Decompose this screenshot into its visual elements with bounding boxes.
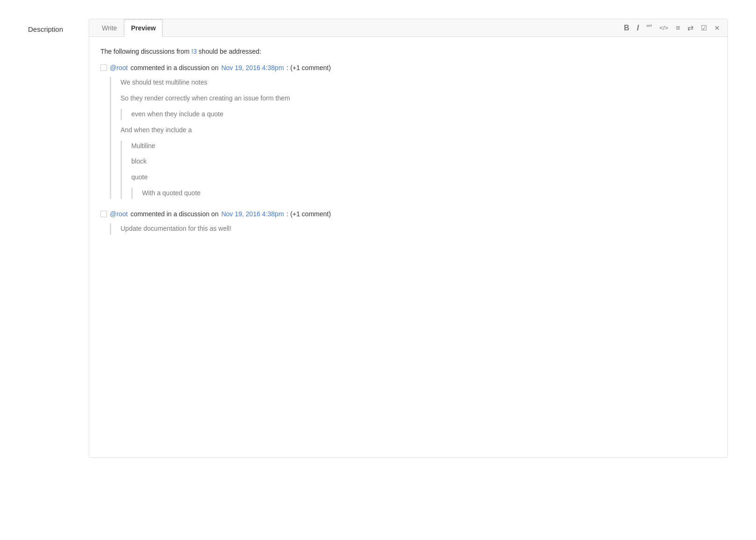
discussion-item-1: @root commented in a discussion on Nov 1… xyxy=(100,64,716,199)
checklist-button[interactable]: ☑ xyxy=(699,22,709,33)
nested-blockquote-container: Multiline block quote With a quoted quot… xyxy=(121,141,716,199)
intro-before: The following discussions from xyxy=(100,48,192,55)
field-label: Description xyxy=(28,25,75,33)
discussion-para-1-1: We should test multiline notes xyxy=(121,77,716,88)
discussion-date-2[interactable]: Nov 19, 2016 4:38pm xyxy=(221,210,284,218)
discussion-body-2: Update documentation for this as well! xyxy=(110,223,716,234)
discussion-header-2: @root commented in a discussion on Nov 1… xyxy=(100,210,716,218)
italic-button[interactable]: I xyxy=(635,22,641,34)
tab-write[interactable]: Write xyxy=(95,19,124,37)
deep-bq-text: With a quoted quote xyxy=(142,188,716,199)
nested-bq-line-1: Multiline xyxy=(131,141,716,152)
discussion-header-before-2: commented in a discussion on xyxy=(130,210,218,218)
discussion-header-after-1: : (+1 comment) xyxy=(287,64,331,71)
discussion-para-2-1: Update documentation for this as well! xyxy=(121,223,716,234)
nested-bq-line-2: block xyxy=(131,156,716,167)
intro-text: The following discussions from !3 should… xyxy=(100,46,716,57)
close-button[interactable]: × xyxy=(712,22,722,34)
editor-content: The following discussions from !3 should… xyxy=(89,37,727,457)
discussion-header-after-2: : (+1 comment) xyxy=(287,210,331,218)
discussion-user-2[interactable]: @root xyxy=(110,210,128,218)
editor-header: Write Preview B I “” </> ≡ ⇄ ☑ × xyxy=(89,19,727,37)
editor-tabs: Write Preview xyxy=(95,19,163,36)
tab-preview[interactable]: Preview xyxy=(124,19,163,37)
blockquote-1: even when they include a quote xyxy=(121,109,716,120)
discussion-item-2: @root commented in a discussion on Nov 1… xyxy=(100,210,716,234)
nested-bq-line-3: quote xyxy=(131,172,716,183)
intro-after: should be addressed: xyxy=(197,48,261,55)
ordered-list-button[interactable]: ⇄ xyxy=(685,22,696,34)
deep-blockquote: With a quoted quote xyxy=(131,188,716,199)
discussion-checkbox-1[interactable] xyxy=(100,64,107,71)
bold-button[interactable]: B xyxy=(621,22,632,34)
blockquote-text-1: even when they include a quote xyxy=(131,109,716,120)
unordered-list-button[interactable]: ≡ xyxy=(673,22,682,34)
discussion-date-1[interactable]: Nov 19, 2016 4:38pm xyxy=(221,64,284,71)
toolbar: B I “” </> ≡ ⇄ ☑ × xyxy=(621,22,722,34)
editor-container: Write Preview B I “” </> ≡ ⇄ ☑ × The fol… xyxy=(89,19,728,458)
discussion-body-1: We should test multiline notes So they r… xyxy=(110,77,716,199)
discussion-para-1-3: And when they include a xyxy=(121,125,716,136)
discussion-para-1-2: So they render correctly when creating a… xyxy=(121,93,716,104)
quote-button[interactable]: “” xyxy=(644,22,654,34)
discussion-header-before-1: commented in a discussion on xyxy=(130,64,218,71)
discussion-checkbox-2[interactable] xyxy=(100,211,107,217)
code-button[interactable]: </> xyxy=(657,23,670,33)
discussion-header-1: @root commented in a discussion on Nov 1… xyxy=(100,64,716,71)
intro-link[interactable]: !3 xyxy=(192,48,197,55)
discussion-user-1[interactable]: @root xyxy=(110,64,128,71)
